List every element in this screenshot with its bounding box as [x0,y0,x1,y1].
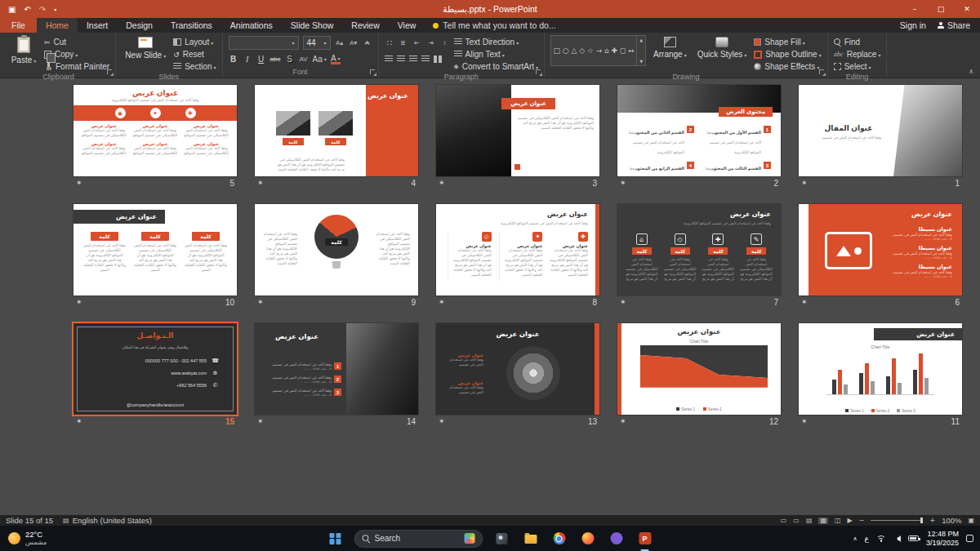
sign-in-button[interactable]: Sign in [900,20,926,30]
slide-thumbnail-10[interactable]: عنوان عريض كلمةوفقا لأحد عن استخدام النص… [74,204,237,309]
chrome-button[interactable] [550,529,569,549]
tab-design[interactable]: Design [117,18,162,33]
change-case-button[interactable]: Aa [312,53,326,65]
tab-insert[interactable]: Insert [78,18,117,33]
font-name-combo[interactable] [229,36,299,50]
align-center-icon[interactable] [397,56,405,63]
save-icon[interactable]: ▣ [8,5,16,14]
cut-button[interactable]: ✂ Cut [44,37,109,47]
zoom-slider-thumb[interactable] [920,518,923,523]
find-button[interactable]: Find [834,37,881,47]
format-painter-button[interactable]: Format Painter [44,61,109,72]
line-spacing-icon[interactable]: ↕ [440,37,450,49]
slide-thumbnail-7[interactable]: عنوان عريض وفقا لأحد عن استخدام النص في … [617,204,781,309]
minimize-button[interactable]: – [902,0,928,18]
columns-icon[interactable] [434,56,442,63]
comments-icon[interactable]: ▭ [793,518,800,524]
zoom-out-icon[interactable]: − [859,518,865,524]
numbering-icon[interactable]: ≡ [399,37,408,49]
firefox-button[interactable] [578,529,598,549]
scroll-up-icon[interactable]: ▲ [639,38,643,42]
align-right-icon[interactable] [385,56,393,63]
align-text-button[interactable]: Align Text [454,49,539,60]
slide-thumbnail-3[interactable]: عنوان عريض وفقا لأحد عن استخدام النص الك… [436,85,599,189]
slide-sorter-view-icon[interactable]: ▦ [818,518,828,524]
wifi-icon[interactable] [876,535,886,542]
tell-me-box[interactable]: Tell me what you want to do... [425,18,564,33]
slide-thumbnail-9[interactable]: كلمة وفقا لأحد عن استخدام النص الكلاسيكي… [255,204,418,309]
shape-diamond-icon[interactable]: ◇ [579,47,585,55]
slide-thumbnail-6[interactable]: عنوان عريض عنوان بسيطاوفقا لأحد عن استخد… [799,204,962,309]
shape-outline-button[interactable]: Shape Outline [754,49,821,60]
notes-icon[interactable]: ▭ [781,518,787,524]
copy-button[interactable]: Copy [44,49,109,60]
scroll-down-icon[interactable]: ▼ [639,59,643,64]
font-color-button[interactable]: A [331,54,341,64]
redo-icon[interactable]: ↷ [39,5,46,14]
shape-circle-icon[interactable]: ○ [563,47,569,55]
align-left-icon[interactable] [409,56,417,63]
slide-thumbnail-15-selected[interactable]: الـتـواصـل وللاتصال وعبر عنوان الشركة في… [74,323,237,428]
replace-button[interactable]: abc Replace [834,49,881,60]
tab-review[interactable]: Review [342,18,388,33]
slideshow-view-icon[interactable]: ▶ [848,518,853,524]
decrease-indent-icon[interactable]: ⇤ [412,37,422,49]
collapse-ribbon-icon[interactable]: ∧ [969,68,973,75]
clear-formatting-button[interactable]: A [363,37,372,49]
font-dialog-launcher[interactable] [370,69,376,76]
notification-icon[interactable] [966,535,973,542]
weather-widget[interactable]: 22°C مشمس [0,531,55,547]
layout-button[interactable]: Layout [173,37,216,47]
tab-slide-show[interactable]: Slide Show [282,18,343,33]
shape-gallery-scrollbar[interactable]: ▲ ▼ [637,35,646,66]
shape-plus-icon[interactable]: ✚ [612,47,618,55]
slide-thumbnail-4[interactable]: عنوان عريض كلمة كلمة وفقا لأحد عن استخدا… [255,85,418,189]
shape-effects-button[interactable]: Shape Effects [754,61,821,72]
reset-button[interactable]: ↺ Reset [173,49,216,60]
slide-thumbnail-8[interactable]: عنوان عريض وفقا لأحد عن استخدام النص في … [436,204,599,309]
start-button[interactable] [326,529,345,549]
slide-thumbnail-1[interactable]: عنوان المقال وفقا لأحد عن استخدام النص ف… [799,85,962,189]
bullets-icon[interactable]: ∷ [385,37,394,49]
shape-square-icon[interactable]: ◻ [620,47,626,55]
shape-rect-icon[interactable]: □ [553,47,560,55]
shape-triangle-icon[interactable]: △ [571,47,577,55]
section-button[interactable]: Section [173,61,216,72]
slide-thumbnail-12[interactable]: عنوان عريض Chart Title Series 1 Series 2… [617,323,781,428]
drawing-dialog-launcher[interactable] [819,69,826,76]
character-spacing-button[interactable]: AV [298,53,308,65]
qat-customize-icon[interactable]: ▾ [54,7,56,12]
grow-font-button[interactable]: A▴ [335,37,345,49]
slide-sorter[interactable]: عنوان عريض وفقا لأحد عن استخدام النص في … [0,78,980,515]
file-explorer-button[interactable] [521,529,541,549]
shape-gallery[interactable]: □ ○ △ ◇ ☆ → ⌂ ✚ ◻ ↔ [550,35,637,66]
shape-fill-button[interactable]: Shape Fill [754,37,821,47]
photos-app-button[interactable] [492,529,512,549]
fit-to-window-icon[interactable]: ▣ [968,518,974,524]
tab-home[interactable]: Home [37,18,78,33]
tab-view[interactable]: View [389,18,425,33]
undo-icon[interactable]: ↶ [24,5,30,14]
paste-button[interactable]: Paste [7,35,40,66]
clock[interactable]: 12:48 PM 3/19/2025 [926,530,959,548]
slide-thumbnail-5[interactable]: عنوان عريض وفقا لأحد عن استخدام النص في … [74,85,237,189]
convert-smartart-button[interactable]: ◈ Convert to SmartArt [454,61,539,72]
paragraph-dialog-launcher[interactable] [536,69,542,76]
slide-thumbnail-11[interactable]: عنوان عريض Chart Title Series 1 Series 2… [799,323,962,428]
normal-view-icon[interactable]: ▤ [806,518,813,524]
strikethrough-button[interactable]: abc [270,53,281,65]
shape-arrow-icon[interactable]: → [596,47,603,55]
battery-icon[interactable] [908,535,919,541]
tray-chevron-icon[interactable]: ∧ [853,535,857,542]
discord-button[interactable] [607,529,626,549]
powerpoint-button[interactable]: P [635,529,655,549]
underline-button[interactable]: U [256,53,266,65]
slide-thumbnail-14[interactable]: عنوان عريض 1وفقا لأحد عن استخدام النص في… [255,323,418,428]
clipboard-dialog-launcher[interactable] [107,69,114,76]
quick-styles-button[interactable]: Quick Styles [694,35,751,60]
zoom-in-icon[interactable]: + [929,518,935,524]
maximize-button[interactable]: □ [928,0,954,18]
slide-thumbnail-13[interactable]: عنوان عريض عنوان عريضوفقا لأحد عن استخدا… [436,323,599,428]
zoom-slider[interactable] [871,520,923,521]
search-box[interactable]: Search [354,530,483,548]
